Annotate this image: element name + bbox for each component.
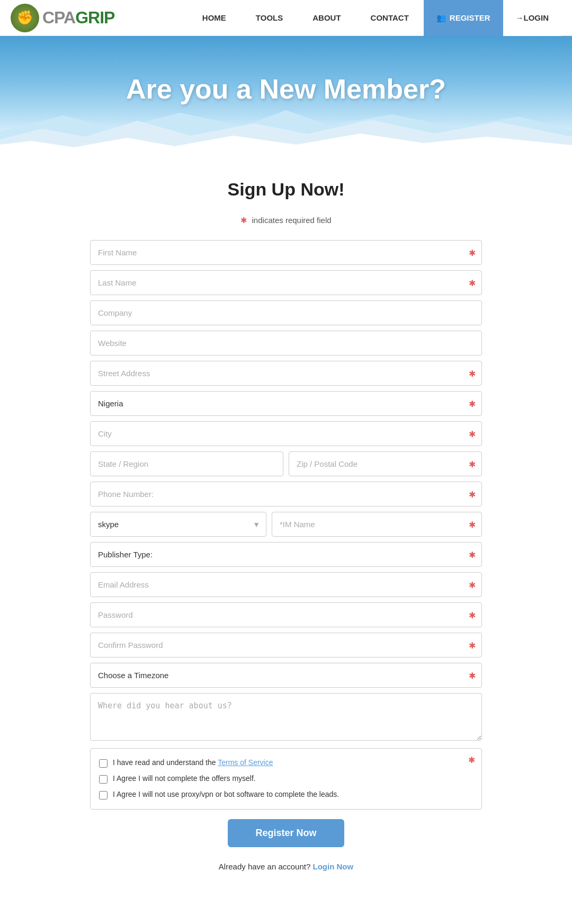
hear-about-textarea[interactable] [90, 693, 482, 741]
state-input[interactable] [90, 451, 283, 476]
phone-input[interactable] [90, 482, 482, 507]
state-row [90, 451, 283, 476]
no-self-checkbox[interactable] [99, 775, 108, 784]
confirm-password-row: ✱ [90, 633, 482, 658]
logo-text: CPAGRIP [42, 8, 114, 28]
timezone-row: Choose a Timezone UTC-12:00 UTC-05:00 Ea… [90, 663, 482, 688]
nav-register-button[interactable]: 👥 REGISTER [424, 0, 503, 36]
nav-about[interactable]: ABOUT [298, 0, 355, 36]
logo[interactable]: ✊ CPAGRIP [11, 4, 114, 32]
agreements-block: ✱ I have read and understand the Terms o… [90, 748, 482, 810]
im-name-row: ✱ [272, 512, 482, 537]
nav-links: HOME TOOLS ABOUT CONTACT 👥 REGISTER → LO… [187, 0, 561, 36]
first-name-row: ✱ [90, 240, 482, 265]
login-now-link[interactable]: Login Now [312, 862, 353, 871]
street-address-input[interactable] [90, 361, 482, 386]
required-star: ✱ [240, 216, 247, 225]
nav-login-button[interactable]: → LOGIN [503, 0, 562, 36]
email-input[interactable] [90, 572, 482, 597]
last-name-row: ✱ [90, 270, 482, 295]
password-input[interactable] [90, 602, 482, 627]
im-type-select[interactable]: skype AIM Yahoo GTalk [90, 512, 266, 537]
company-input[interactable] [90, 300, 482, 325]
company-row [90, 300, 482, 325]
no-proxy-checkbox[interactable] [99, 791, 108, 799]
tos-checkbox-row: I have read and understand the Terms of … [99, 758, 473, 768]
agreements-required: ✱ [468, 755, 475, 765]
nav-tools[interactable]: TOOLS [241, 0, 298, 36]
logo-icon: ✊ [11, 4, 39, 32]
city-row: ✱ [90, 421, 482, 446]
hero-heading: Are you a New Member? [11, 73, 561, 105]
street-address-row: ✱ [90, 361, 482, 386]
no-self-label: I Agree I will not complete the offers m… [113, 774, 256, 783]
hero-section: Are you a New Member? [0, 36, 572, 153]
required-note: ✱ indicates required field [90, 216, 482, 225]
im-type-wrapper: skype AIM Yahoo GTalk ▼ [90, 512, 266, 537]
no-self-checkbox-row: I Agree I will not complete the offers m… [99, 774, 473, 784]
zip-row: ✱ [289, 451, 482, 476]
people-icon: 👥 [436, 13, 446, 23]
password-row: ✱ [90, 602, 482, 627]
website-input[interactable] [90, 331, 482, 356]
form-title: Sign Up Now! [90, 179, 482, 200]
login-prompt: Already have an account? Login Now [90, 862, 482, 871]
country-select[interactable]: Nigeria United States United Kingdom Can… [90, 391, 482, 416]
login-icon: → [516, 13, 524, 22]
signup-form-section: Sign Up Now! ✱ indicates required field … [79, 153, 493, 924]
phone-row: ✱ [90, 482, 482, 507]
publisher-type-row: Publisher Type: Blogger Social Media Ema… [90, 542, 482, 567]
city-input[interactable] [90, 421, 482, 446]
hear-about-row [90, 693, 482, 743]
signup-form: ✱ ✱ ✱ Nigeria United States United Kingd… [90, 240, 482, 871]
nav-home[interactable]: HOME [187, 0, 241, 36]
zip-input[interactable] [289, 451, 482, 476]
last-name-input[interactable] [90, 270, 482, 295]
register-now-button[interactable]: Register Now [228, 819, 344, 847]
timezone-select[interactable]: Choose a Timezone UTC-12:00 UTC-05:00 Ea… [90, 663, 482, 688]
nav-contact[interactable]: CONTACT [356, 0, 424, 36]
country-row: Nigeria United States United Kingdom Can… [90, 391, 482, 416]
tos-link[interactable]: Terms of Service [218, 758, 273, 767]
im-row: skype AIM Yahoo GTalk ▼ ✱ [90, 512, 482, 537]
no-proxy-label: I Agree I will not use proxy/vpn or bot … [113, 790, 339, 798]
no-proxy-checkbox-row: I Agree I will not use proxy/vpn or bot … [99, 790, 473, 799]
navbar: ✊ CPAGRIP HOME TOOLS ABOUT CONTACT 👥 REG… [0, 0, 572, 36]
tos-label: I have read and understand the Terms of … [113, 758, 273, 767]
state-zip-row: ✱ [90, 451, 482, 476]
im-name-input[interactable] [272, 512, 482, 537]
website-row [90, 331, 482, 356]
email-row: ✱ [90, 572, 482, 597]
confirm-password-input[interactable] [90, 633, 482, 658]
tos-checkbox[interactable] [99, 759, 108, 768]
publisher-type-select[interactable]: Publisher Type: Blogger Social Media Ema… [90, 542, 482, 567]
first-name-input[interactable] [90, 240, 482, 265]
